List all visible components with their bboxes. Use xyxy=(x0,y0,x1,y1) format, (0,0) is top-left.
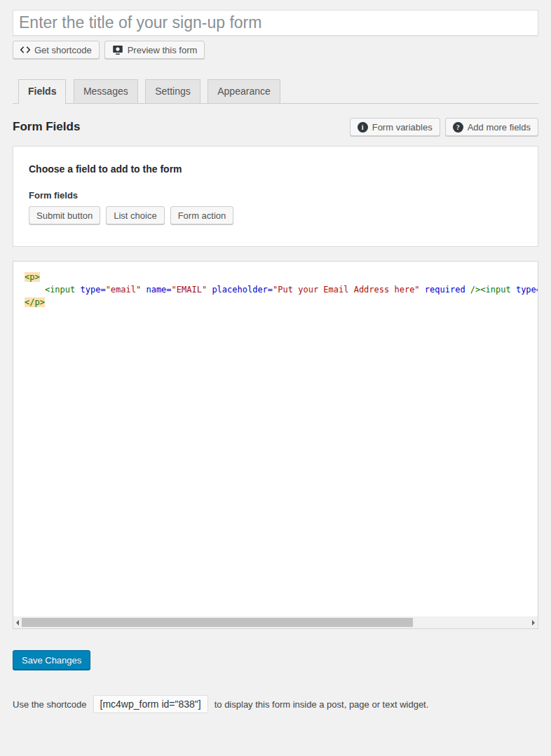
scroll-left-icon[interactable] xyxy=(13,616,22,628)
section-header: Form Fields i Form variables ? Add more … xyxy=(13,116,538,137)
code-line: <input type="email" name="EMAIL" placeho… xyxy=(25,283,538,296)
screen-preview-icon xyxy=(112,44,123,56)
field-chooser-panel: Choose a field to add to the form Form f… xyxy=(13,146,538,247)
add-more-fields-button[interactable]: ? Add more fields xyxy=(445,118,538,136)
shortcode-hint-after: to display this form inside a post, page… xyxy=(215,699,429,710)
preview-form-label: Preview this form xyxy=(128,45,198,55)
code-editor-content[interactable]: <p> <input type="email" name="EMAIL" pla… xyxy=(13,262,538,309)
save-changes-button[interactable]: Save Changes xyxy=(13,650,90,670)
form-action-field-button[interactable]: Form action xyxy=(170,206,234,224)
tab-bar: Fields Messages Settings Appearance xyxy=(13,79,538,104)
form-variables-label: Form variables xyxy=(372,122,433,133)
submit-button-field-button[interactable]: Submit button xyxy=(29,206,100,224)
question-circle-icon: ? xyxy=(453,122,463,133)
toolbar: Get shortcode Preview this form xyxy=(13,41,538,59)
code-brackets-icon xyxy=(20,45,30,55)
info-circle-icon: i xyxy=(358,122,368,133)
page-title: Form Fields xyxy=(13,120,80,134)
header-buttons: i Form variables ? Add more fields xyxy=(350,118,538,136)
tab-settings[interactable]: Settings xyxy=(145,79,200,103)
add-more-fields-label: Add more fields xyxy=(468,122,531,133)
form-fields-group-label: Form fields xyxy=(29,190,522,201)
code-editor[interactable]: <p> <input type="email" name="EMAIL" pla… xyxy=(13,261,538,629)
tab-fields[interactable]: Fields xyxy=(18,79,66,104)
scrollbar-thumb[interactable] xyxy=(22,618,413,627)
code-line: </p> xyxy=(25,296,538,309)
shortcode-hint-before: Use the shortcode xyxy=(13,699,87,710)
form-editor-page: Get shortcode Preview this form Fields M… xyxy=(0,10,551,713)
tab-appearance[interactable]: Appearance xyxy=(208,79,280,103)
form-title-input[interactable] xyxy=(13,10,538,36)
list-choice-field-button[interactable]: List choice xyxy=(106,206,164,224)
horizontal-scrollbar[interactable] xyxy=(13,616,538,628)
get-shortcode-label: Get shortcode xyxy=(34,45,92,55)
preview-form-button[interactable]: Preview this form xyxy=(104,41,205,59)
form-variables-button[interactable]: i Form variables xyxy=(350,118,440,136)
get-shortcode-button[interactable]: Get shortcode xyxy=(13,41,100,59)
code-line: <p> xyxy=(25,271,538,283)
shortcode-value[interactable]: [mc4wp_form id="838"] xyxy=(93,695,208,713)
field-buttons: Submit button List choice Form action xyxy=(29,206,522,224)
field-chooser-heading: Choose a field to add to the form xyxy=(29,163,522,175)
scroll-right-icon[interactable] xyxy=(529,616,538,628)
tab-messages[interactable]: Messages xyxy=(74,79,138,103)
shortcode-hint: Use the shortcode [mc4wp_form id="838"] … xyxy=(13,695,538,713)
